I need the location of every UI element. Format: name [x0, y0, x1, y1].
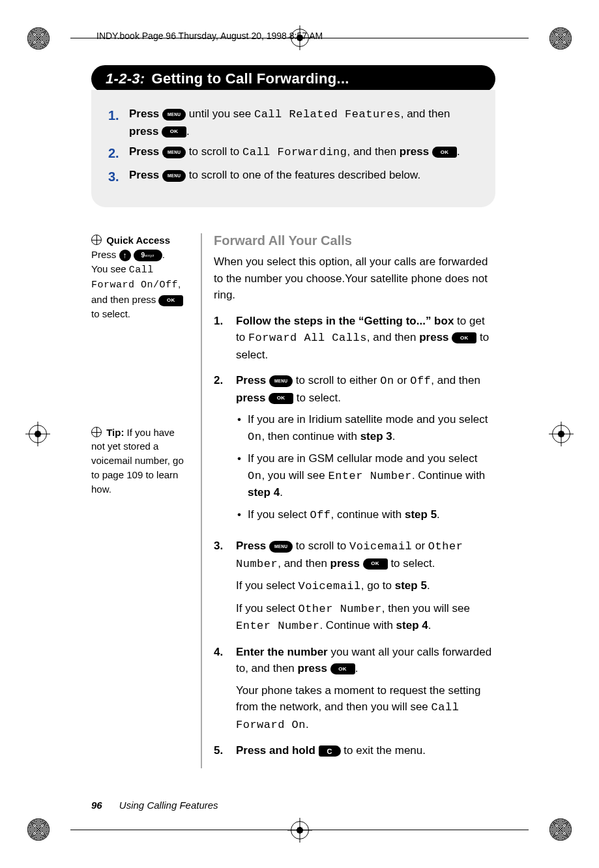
lcd-text: On	[380, 375, 394, 387]
step-ref: step 4	[248, 486, 280, 499]
heading-title: Getting to Call Forwarding...	[152, 70, 349, 87]
lcd-text: Forward All Calls	[248, 332, 367, 344]
lcd-text: Off	[410, 375, 431, 387]
step-text: .	[428, 619, 431, 631]
procedure-list: Follow the steps in the “Getting to...” …	[214, 313, 495, 759]
press-label: Press	[129, 108, 162, 120]
procedure-step: Press to scroll to either On or Off, and…	[214, 372, 495, 528]
procedure-step: Enter the number you want all your calls…	[214, 644, 495, 734]
crop-mark-icon	[549, 818, 572, 841]
sub-paragraph: Your phone takes a moment to request the…	[236, 682, 495, 734]
step-number: 3.	[108, 167, 123, 186]
lcd-text: Enter Number	[236, 620, 319, 632]
step-text: .	[306, 718, 309, 731]
box-step-1: 1. Press until you see Call Related Feat…	[108, 106, 478, 139]
running-head: INDY.book Page 96 Thursday, August 20, 1…	[96, 31, 323, 41]
bullet-item: If you select Off, continue with step 5.	[236, 506, 495, 524]
lcd-text: On	[248, 470, 261, 482]
crop-mark-icon	[549, 27, 572, 50]
menu-key-icon	[162, 109, 186, 121]
bullet-text: .	[392, 430, 396, 442]
sidebar: Quick Access Press . You see Call Forwar…	[91, 233, 189, 768]
bullet-text: If you are in Iridium satellite mode and…	[248, 413, 488, 426]
bullet-text: If you are in GSM cellular mode and you …	[248, 452, 477, 465]
bullet-item: If you are in Iridium satellite mode and…	[236, 411, 495, 445]
main-column: Forward All Your Calls When you select t…	[201, 233, 495, 768]
lcd-text: Voicemail	[298, 580, 360, 592]
ok-key-icon	[269, 393, 293, 404]
step-text: until you see	[189, 108, 254, 120]
step-ref: step 5	[395, 579, 427, 592]
step-text: , and then	[278, 557, 330, 570]
step-text: to select.	[293, 392, 341, 404]
step-text: to select.	[388, 557, 435, 570]
bullet-text: . Continue with	[412, 469, 485, 482]
step-text: to scroll to	[189, 145, 242, 158]
step-text: to exit the menu.	[341, 744, 426, 757]
step-text: .	[427, 579, 430, 592]
step-ref: step 5	[405, 508, 437, 521]
step-text: , and then	[431, 374, 480, 386]
step-text: If you select	[236, 579, 298, 592]
c-key-icon	[319, 745, 341, 757]
press-label: press	[419, 331, 452, 343]
note-text: You see	[91, 263, 129, 274]
ok-key-icon	[432, 147, 457, 158]
nine-key-icon	[134, 250, 162, 261]
step-text: , then you will see	[382, 602, 470, 615]
lcd-text: Enter Number	[328, 470, 411, 482]
page-number: 96	[91, 800, 102, 811]
step-text: . Continue with	[319, 619, 396, 631]
quick-access-note: Quick Access Press . You see Call Forwar…	[91, 233, 189, 321]
registration-cross-icon	[552, 425, 570, 443]
press-label: Press	[129, 145, 162, 158]
lcd-text: Voicemail	[349, 540, 412, 553]
step-text: .	[355, 662, 358, 674]
ok-key-icon	[162, 126, 186, 137]
ok-key-icon	[330, 663, 355, 674]
ok-key-icon	[363, 558, 388, 570]
step-number: 2.	[108, 143, 123, 163]
sub-paragraph: If you select Other Number, then you wil…	[236, 600, 495, 635]
step-text: If you select	[236, 602, 298, 615]
step-text: , and then	[347, 145, 400, 158]
tip-note: Tip: If you have not yet stored a voicem…	[91, 426, 189, 497]
note-text: to select.	[91, 308, 130, 319]
step-text: , and then	[367, 331, 419, 343]
lcd-text: Off	[310, 509, 330, 521]
step-text: or	[412, 540, 428, 552]
sub-paragraph: If you select Voicemail, go to step 5.	[236, 577, 495, 595]
step-text: to scroll to	[293, 540, 349, 552]
menu-key-icon	[162, 147, 186, 158]
press-label: press	[400, 145, 432, 158]
note-text: If you have not yet stored a voicemail n…	[91, 427, 184, 495]
lcd-text: Call Forwarding	[242, 146, 347, 158]
globe-icon	[91, 235, 102, 245]
heading-number: 1-2-3:	[106, 70, 145, 87]
note-text: .	[162, 249, 165, 260]
procedure-step: Press to scroll to Voicemail or Other Nu…	[214, 538, 495, 635]
step-text: .	[457, 145, 460, 158]
step-text: , go to	[361, 579, 395, 592]
note-label: Tip:	[106, 427, 124, 438]
crop-mark-icon	[27, 818, 50, 841]
press-label: press	[298, 662, 330, 674]
step-bold: Enter the number	[236, 646, 328, 658]
step-bold: Press and hold	[236, 744, 319, 757]
press-label: Press	[129, 169, 162, 181]
lcd-text: On	[248, 431, 261, 443]
menu-key-icon	[269, 541, 293, 553]
registration-cross-icon	[29, 425, 47, 443]
bullet-item: If you are in GSM cellular mode and you …	[236, 450, 495, 501]
note-label: Quick Access	[106, 235, 170, 246]
menu-key-icon	[162, 170, 186, 182]
press-label: press	[330, 557, 363, 570]
step-ref: step 4	[396, 619, 428, 631]
page-body: 1-2-3: Getting to Call Forwarding... 1. …	[91, 65, 495, 768]
lcd-text: Other Number	[298, 603, 381, 615]
bullet-text: .	[437, 508, 440, 521]
crop-rule	[70, 830, 529, 830]
bullet-text: If you select	[248, 508, 310, 521]
step-number: 1.	[108, 106, 123, 139]
intro-paragraph: When you select this option, all your ca…	[214, 253, 495, 304]
